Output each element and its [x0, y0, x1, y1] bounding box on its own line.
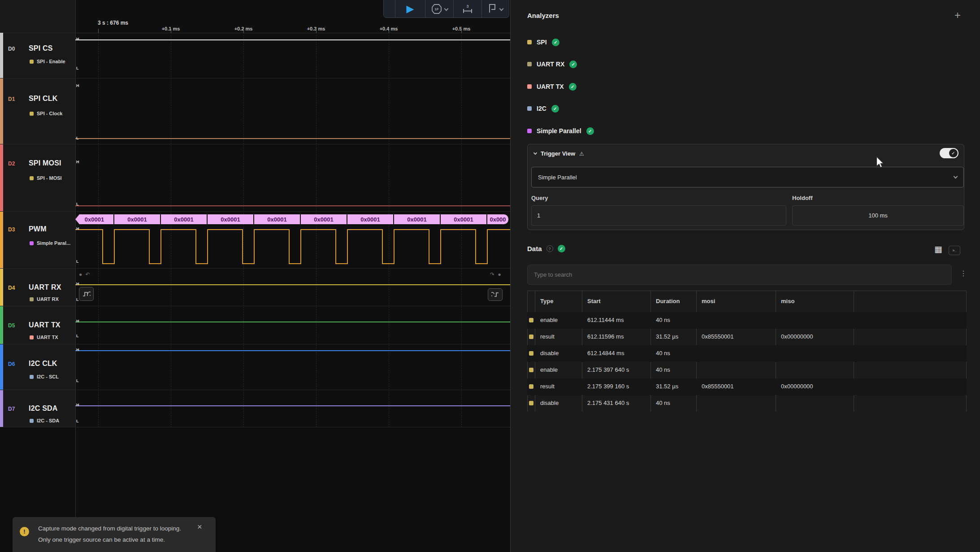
analyzer-color-icon [527, 62, 532, 66]
capture-toolbar: ▶ 1F 3 [383, 0, 509, 18]
row-marker-icon [529, 318, 533, 322]
chevron-down-icon [444, 6, 449, 11]
trigger-view-header[interactable]: Trigger View ⚠ [534, 150, 584, 157]
table-row[interactable]: enable 612.11444 ms 40 ns [527, 312, 967, 329]
column-header[interactable]: Duration [656, 298, 680, 304]
data-title: Data [527, 245, 542, 252]
search-menu-icon[interactable]: ⋮ [960, 269, 967, 278]
channel-row-d6[interactable]: D6 I2C CLK I2C - SCL H L [0, 344, 510, 390]
annotations-button[interactable] [481, 0, 509, 17]
channel-row-d7[interactable]: D7 I2C SDA I2C - SDA H L [0, 390, 510, 427]
table-row[interactable]: disable 2.175 431 640 s 40 ns [527, 395, 967, 412]
channel-id: D0 [8, 46, 15, 52]
warning-circle-icon: ! [20, 527, 29, 536]
channel-name: I2C SDA [29, 404, 58, 413]
high-level-label: H [76, 282, 79, 286]
waveform-trace [75, 205, 510, 206]
channel-analyzer-tag[interactable]: Simple Paral... [30, 240, 70, 246]
close-icon[interactable]: × [197, 522, 202, 532]
row-marker-icon [529, 368, 533, 372]
table-view-icon[interactable]: ▦ [934, 245, 942, 253]
channel-analyzer-tag[interactable]: UART TX [30, 335, 58, 340]
analyzer-item-uart-tx[interactable]: UART TX ✓ [527, 81, 577, 92]
analyzer-item-spi[interactable]: SPI ✓ [527, 37, 559, 48]
toolbar-partial-button[interactable] [384, 0, 395, 17]
toast-message: Capture mode changed from digital trigge… [38, 523, 186, 545]
low-level-label: L [76, 378, 79, 383]
query-label: Query [531, 195, 548, 201]
trigger-settings-button[interactable]: 1F [425, 0, 453, 17]
channel-color-strip [0, 269, 3, 306]
check-badge-icon: ✓ [552, 39, 559, 46]
channel-name: UART RX [29, 283, 61, 291]
row-marker-icon [529, 401, 533, 405]
channel-id: D3 [8, 226, 15, 233]
terminal-view-icon[interactable]: >_ [949, 246, 960, 255]
channel-name: SPI CLK [29, 95, 58, 103]
flag-icon [488, 3, 498, 15]
channel-analyzer-tag[interactable]: SPI - MOSI [30, 175, 62, 181]
run-capture-button[interactable]: ▶ [395, 0, 425, 17]
channel-analyzer-tag[interactable]: UART RX [30, 296, 59, 302]
column-header[interactable]: miso [781, 298, 794, 304]
timeline-tickmark [316, 29, 317, 33]
table-row[interactable]: disable 612.14844 ms 40 ns [527, 345, 967, 362]
channel-row-d3[interactable]: D3 PWM Simple Paral... H L 0x0001 0x0001… [0, 212, 510, 269]
channel-name: SPI MOSI [29, 159, 61, 167]
channel-row-d2[interactable]: D2 SPI MOSI SPI - MOSI H L [0, 144, 510, 212]
low-level-label: L [76, 259, 79, 264]
channel-name: PWM [29, 225, 47, 233]
analyzer-item-uart-rx[interactable]: UART RX ✓ [527, 59, 577, 70]
channel-analyzer-tag[interactable]: SPI - Enable [30, 59, 65, 64]
channel-analyzer-tag[interactable]: I2C - SDA [30, 418, 59, 423]
low-level-label: L [76, 136, 79, 140]
timeline-tickmark [389, 29, 389, 33]
analyzer-color-icon [527, 129, 532, 133]
table-row[interactable]: result 2.175 399 160 s 31.52 µs 0x855500… [527, 378, 967, 395]
help-icon[interactable]: ? [546, 245, 553, 252]
channel-analyzer-tag[interactable]: I2C - SCL [30, 374, 59, 379]
prev-transition-button[interactable] [79, 287, 94, 301]
channel-row-d0[interactable]: D0 SPI CS SPI - Enable H L [0, 33, 510, 78]
analyzer-swatch-icon [30, 419, 34, 423]
timeline-tickmark [243, 29, 244, 33]
waveform-trace [75, 39, 510, 40]
low-level-label: L [76, 66, 79, 70]
play-icon: ▶ [407, 1, 414, 14]
query-input[interactable] [531, 205, 786, 226]
table-row[interactable]: enable 2.175 397 640 s 40 ns [527, 362, 967, 378]
holdoff-input[interactable] [792, 205, 964, 226]
high-level-label: H [76, 403, 79, 407]
analyzer-swatch-icon [30, 176, 34, 180]
row-marker-icon [529, 384, 533, 389]
measurement-button[interactable]: 3 [453, 0, 481, 17]
waveform-trace [75, 322, 510, 322]
channel-row-d5[interactable]: D5 UART TX UART TX H L [0, 306, 510, 344]
next-transition-button[interactable] [488, 288, 503, 301]
side-panel: Analyzers + SPI ✓ UART RX ✓ UART TX ✓ I2… [510, 0, 980, 552]
analyzer-item-simple-parallel[interactable]: Simple Parallel ✓ [527, 126, 594, 136]
waveform-trace [75, 138, 510, 139]
analyzers-title: Analyzers [527, 12, 559, 19]
mouse-cursor [876, 156, 884, 168]
trigger-analyzer-select[interactable]: Simple Parallel [531, 167, 964, 187]
channel-row-d4[interactable]: D4 UART RX UART RX H L ● ↶ ↷ ● [0, 269, 510, 306]
add-analyzer-button[interactable]: + [954, 10, 961, 21]
analyzer-item-i2c[interactable]: I2C ✓ [527, 103, 559, 114]
channel-analyzer-tag[interactable]: SPI - Clock [30, 111, 62, 116]
check-badge-icon: ✓ [586, 127, 594, 135]
data-search-input[interactable] [527, 265, 952, 285]
column-header[interactable]: Start [587, 298, 601, 304]
warning-icon: ⚠ [579, 151, 584, 157]
channel-row-d1[interactable]: D1 SPI CLK SPI - Clock H L [0, 78, 510, 144]
analyzer-swatch-icon [30, 335, 34, 339]
high-level-label: H [76, 83, 79, 88]
column-header[interactable]: mosi [702, 298, 715, 304]
table-row[interactable]: result 612.11596 ms 31.52 µs 0x85550001 … [527, 329, 967, 345]
timeline-tickmark [461, 29, 462, 33]
high-level-label: H [76, 348, 79, 352]
high-level-label: H [76, 319, 79, 323]
prev-transition-hint-icon: ● ↶ [79, 271, 91, 278]
trigger-view-toggle[interactable]: ✓ [940, 148, 958, 158]
column-header[interactable]: Type [540, 298, 553, 304]
